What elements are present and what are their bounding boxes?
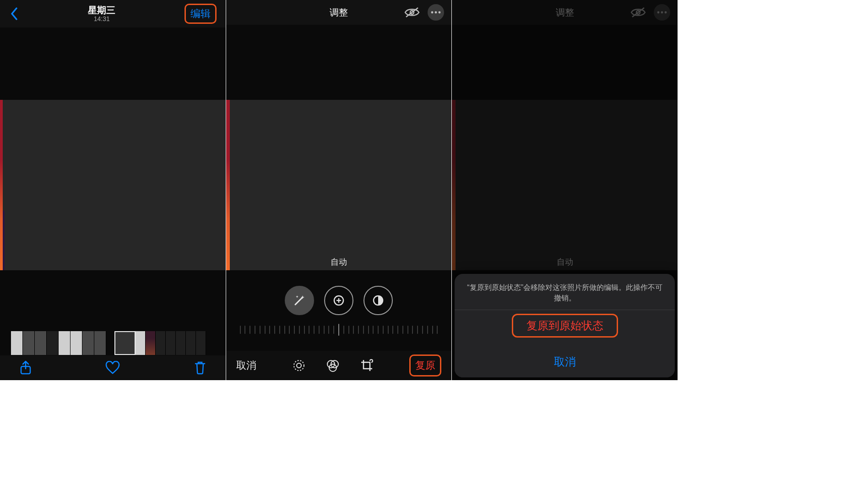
photo-view-header: 星期三 14:31 编辑 <box>0 0 226 27</box>
trash-icon[interactable] <box>193 360 207 375</box>
crop-icon[interactable] <box>359 358 374 373</box>
svg-point-7 <box>294 360 304 371</box>
sheet-cancel-button[interactable]: 取消 <box>455 346 675 377</box>
svg-point-4 <box>439 11 441 14</box>
thumbnail[interactable] <box>82 331 94 355</box>
dial-auto-wand[interactable] <box>285 286 314 315</box>
more-icon[interactable] <box>428 4 444 21</box>
filters-icon[interactable] <box>325 358 341 373</box>
highlight-box <box>512 314 618 338</box>
thumbnail[interactable] <box>59 331 71 355</box>
thumbnail[interactable] <box>186 331 196 355</box>
cancel-button[interactable]: 取消 <box>236 359 256 372</box>
dial-brilliance[interactable] <box>363 286 393 315</box>
revert-button[interactable]: 复原 <box>409 355 441 376</box>
adjust-tool-label: 自动 <box>331 256 347 267</box>
sheet-confirm-button[interactable]: 复原到原始状态 <box>455 310 675 341</box>
adjust-dials <box>226 282 452 319</box>
value-slider[interactable] <box>240 323 438 336</box>
svg-point-2 <box>431 11 434 14</box>
photo-toolbar <box>0 355 226 380</box>
dial-exposure[interactable] <box>324 286 353 315</box>
screenshot-revert-confirm: 调整 自动 “复原到原始状态”会移除对这张照片所做的编辑。此操作不可撤销。 复原… <box>452 0 678 380</box>
sheet-message: “复原到原始状态”会移除对这张照片所做的编辑。此操作不可撤销。 <box>455 274 675 310</box>
thumbnail[interactable] <box>35 331 47 355</box>
thumbnail-strip[interactable] <box>11 331 213 355</box>
screenshot-photo-view: 星期三 14:31 编辑 <box>0 0 226 380</box>
header-time: 14:31 <box>88 15 115 22</box>
screenshot-edit-adjust: 调整 自动 <box>226 0 452 380</box>
thumbnail[interactable] <box>23 331 35 355</box>
heart-icon[interactable] <box>105 360 120 375</box>
thumbnail[interactable] <box>176 331 186 355</box>
photo-preview[interactable] <box>0 100 226 270</box>
header-title: 星期三 14:31 <box>88 5 115 22</box>
svg-point-8 <box>297 363 301 368</box>
adjust-icon[interactable] <box>291 358 307 373</box>
hide-preview-icon[interactable] <box>404 4 420 21</box>
svg-point-3 <box>435 11 437 14</box>
thumbnail[interactable] <box>146 331 156 355</box>
edit-button[interactable]: 编辑 <box>184 4 217 24</box>
thumbnail[interactable] <box>47 331 59 355</box>
back-button[interactable] <box>9 5 19 22</box>
thumbnail-selected[interactable] <box>114 331 136 355</box>
thumbnail[interactable] <box>11 331 23 355</box>
header-day: 星期三 <box>88 5 115 15</box>
thumbnail[interactable] <box>136 331 146 355</box>
edit-header-title: 调整 <box>330 6 348 19</box>
edit-bottom-bar: 取消 复原 <box>226 351 452 380</box>
thumbnail[interactable] <box>196 331 206 355</box>
action-sheet: “复原到原始状态”会移除对这张照片所做的编辑。此操作不可撤销。 复原到原始状态 … <box>455 274 675 377</box>
edit-photo-preview[interactable] <box>226 100 452 270</box>
thumbnail[interactable] <box>166 331 176 355</box>
thumbnail[interactable] <box>71 331 82 355</box>
share-icon[interactable] <box>18 360 33 375</box>
thumbnail[interactable] <box>94 331 106 355</box>
thumbnail[interactable] <box>156 331 166 355</box>
edit-header: 调整 <box>226 0 452 25</box>
